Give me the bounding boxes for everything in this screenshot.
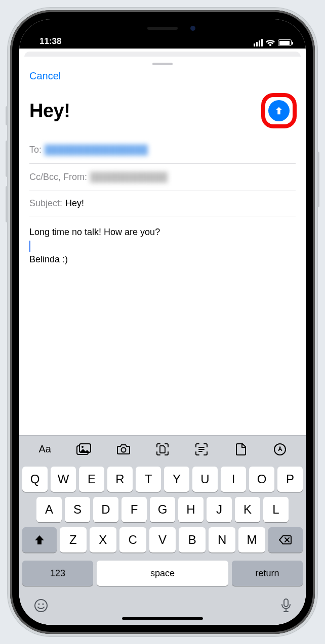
keyboard-row-1: QWERTYUIOP [22, 467, 303, 492]
status-icons [254, 39, 292, 47]
camera-icon[interactable] [116, 443, 131, 456]
numbers-key[interactable]: 123 [22, 561, 93, 586]
keyboard: Aa [19, 435, 306, 625]
home-indicator[interactable] [122, 617, 203, 620]
key-i[interactable]: I [221, 467, 246, 492]
subject-field[interactable]: Subject: Hey! [29, 191, 296, 216]
annotation-circle [261, 93, 297, 128]
battery-icon [278, 39, 292, 46]
background-sheet [24, 52, 301, 57]
key-m[interactable]: M [238, 527, 265, 553]
volume-down-button [6, 186, 9, 222]
shift-key[interactable] [22, 527, 57, 553]
ccbcc-from-field[interactable]: Cc/Bcc, From: ████████████ [29, 164, 296, 191]
notch [104, 19, 221, 37]
key-t[interactable]: T [136, 467, 161, 492]
screen: 11:38 Cancel Hey! [19, 19, 306, 625]
key-j[interactable]: J [207, 497, 232, 522]
speaker [147, 27, 178, 30]
compose-sheet: Cancel Hey! To: ████████████████ [19, 59, 306, 625]
body-cursor-line [29, 239, 296, 253]
key-z[interactable]: Z [60, 527, 87, 553]
body-textarea[interactable]: Long time no talk! How are you? Belinda … [19, 216, 306, 275]
delete-key[interactable] [268, 527, 303, 553]
emoji-icon [33, 598, 49, 613]
key-v[interactable]: V [149, 527, 176, 553]
phone-body: 11:38 Cancel Hey! [10, 10, 315, 634]
emoji-key[interactable] [33, 598, 49, 613]
svg-rect-8 [284, 599, 288, 607]
svg-point-6 [38, 603, 39, 605]
send-button-highlight [262, 94, 296, 127]
key-q[interactable]: Q [22, 467, 48, 492]
return-key[interactable]: return [232, 561, 303, 586]
scan-text-icon[interactable] [194, 443, 209, 456]
dictation-key[interactable] [280, 598, 292, 613]
key-e[interactable]: E [79, 467, 104, 492]
key-h[interactable]: H [178, 497, 204, 522]
svg-point-3 [121, 447, 126, 452]
to-field[interactable]: To: ████████████████ [29, 136, 296, 164]
wifi-icon [266, 39, 275, 47]
key-l[interactable]: L [263, 497, 289, 522]
key-b[interactable]: B [179, 527, 206, 553]
to-label: To: [29, 145, 42, 155]
body-line: Long time no talk! How are you? [29, 225, 296, 239]
subject-label: Subject: [29, 198, 62, 209]
microphone-icon [280, 598, 292, 613]
scan-document-icon[interactable] [155, 443, 170, 456]
photo-library-icon[interactable] [76, 443, 92, 456]
key-n[interactable]: N [209, 527, 235, 553]
format-icon[interactable]: Aa [37, 443, 53, 456]
subject-value: Hey! [65, 198, 84, 209]
cellular-icon [254, 39, 263, 47]
key-o[interactable]: O [249, 467, 274, 492]
shift-icon [34, 534, 45, 545]
key-x[interactable]: X [90, 527, 116, 553]
key-s[interactable]: S [65, 497, 90, 522]
ccbcc-label: Cc/Bcc, From: [29, 172, 87, 182]
to-value: ████████████████ [45, 144, 148, 156]
body-line: Belinda :) [29, 253, 296, 266]
volume-up-button [6, 141, 9, 177]
cancel-button[interactable]: Cancel [29, 70, 61, 81]
front-camera [190, 26, 195, 31]
key-f[interactable]: F [121, 497, 147, 522]
key-c[interactable]: C [119, 527, 146, 553]
markup-icon[interactable] [272, 443, 288, 456]
keyboard-toolbar: Aa [19, 435, 306, 463]
key-u[interactable]: U [192, 467, 218, 492]
svg-point-7 [42, 603, 44, 605]
svg-point-2 [82, 446, 84, 448]
delete-icon [279, 535, 292, 545]
compose-title: Hey! [29, 100, 70, 122]
phone-mockup: 11:38 Cancel Hey! [0, 0, 325, 644]
key-w[interactable]: W [51, 467, 76, 492]
space-key[interactable]: space [97, 561, 228, 586]
key-k[interactable]: K [235, 497, 260, 522]
silent-switch [6, 106, 9, 125]
key-a[interactable]: A [36, 497, 62, 522]
from-value: ████████████ [90, 171, 168, 183]
keyboard-row-3: ZXCVBNM [22, 527, 303, 553]
key-p[interactable]: P [277, 467, 303, 492]
key-d[interactable]: D [93, 497, 118, 522]
text-cursor [29, 241, 30, 252]
key-r[interactable]: R [107, 467, 133, 492]
key-g[interactable]: G [150, 497, 175, 522]
status-time: 11:38 [39, 36, 61, 47]
power-button [316, 152, 319, 207]
attachment-icon[interactable] [233, 443, 249, 456]
keyboard-row-2: ASDFGHJKL [22, 497, 303, 522]
svg-point-5 [35, 600, 47, 612]
key-y[interactable]: Y [164, 467, 189, 492]
